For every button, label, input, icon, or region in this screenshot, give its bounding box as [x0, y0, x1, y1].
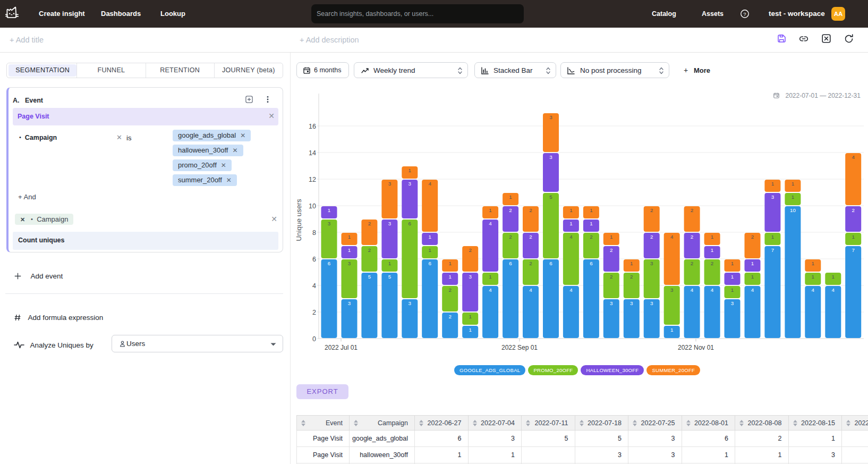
svg-text:1: 1 — [590, 221, 592, 226]
svg-text:0: 0 — [312, 335, 316, 343]
svg-text:1: 1 — [711, 247, 713, 253]
svg-text:3: 3 — [409, 181, 412, 187]
svg-text:3: 3 — [731, 300, 734, 306]
svg-text:2: 2 — [509, 234, 512, 240]
svg-text:Unique users: Unique users — [295, 199, 303, 241]
svg-text:2: 2 — [610, 274, 612, 280]
svg-text:6: 6 — [590, 260, 593, 266]
svg-text:14: 14 — [309, 149, 316, 157]
svg-text:10: 10 — [790, 207, 796, 213]
svg-text:1: 1 — [348, 234, 351, 240]
svg-text:1: 1 — [409, 167, 411, 173]
svg-text:2: 2 — [852, 207, 854, 213]
svg-text:5: 5 — [388, 274, 392, 280]
svg-text:6: 6 — [409, 221, 412, 226]
svg-text:4: 4 — [812, 287, 815, 293]
svg-text:3: 3 — [348, 260, 351, 266]
svg-text:3: 3 — [610, 300, 613, 306]
svg-text:2: 2 — [691, 234, 693, 240]
svg-text:2: 2 — [691, 207, 693, 213]
svg-text:2: 2 — [448, 314, 451, 319]
svg-text:?: ? — [743, 11, 746, 17]
svg-text:1: 1 — [852, 234, 854, 240]
svg-text:1: 1 — [832, 274, 835, 280]
svg-text:3: 3 — [630, 300, 633, 306]
svg-text:3: 3 — [388, 181, 392, 187]
svg-text:3: 3 — [549, 154, 552, 160]
svg-text:7: 7 — [852, 247, 854, 253]
svg-text:2: 2 — [610, 247, 612, 253]
svg-text:1: 1 — [751, 260, 754, 266]
svg-text:2: 2 — [469, 247, 471, 253]
svg-text:12: 12 — [309, 176, 316, 183]
svg-text:2022 Sep 01: 2022 Sep 01 — [501, 344, 538, 351]
svg-text:2: 2 — [751, 234, 754, 240]
svg-text:1: 1 — [448, 260, 451, 266]
svg-text:1: 1 — [670, 327, 673, 333]
svg-text:2: 2 — [312, 309, 316, 316]
svg-text:4: 4 — [312, 282, 316, 290]
svg-text:1: 1 — [812, 260, 814, 266]
svg-text:4: 4 — [832, 287, 835, 293]
svg-text:1: 1 — [448, 274, 451, 280]
svg-text:4: 4 — [569, 287, 573, 293]
svg-text:4: 4 — [852, 154, 855, 160]
svg-text:2: 2 — [368, 247, 371, 253]
svg-text:1: 1 — [388, 260, 391, 266]
svg-text:1: 1 — [469, 314, 471, 319]
svg-text:8: 8 — [312, 229, 316, 237]
svg-text:2: 2 — [691, 260, 693, 266]
svg-text:3: 3 — [549, 114, 552, 120]
svg-text:3: 3 — [650, 300, 653, 306]
svg-text:4: 4 — [569, 234, 573, 240]
svg-text:5: 5 — [368, 274, 371, 280]
svg-text:10: 10 — [309, 203, 316, 210]
svg-text:1: 1 — [469, 327, 471, 333]
svg-text:1: 1 — [348, 247, 351, 253]
svg-text:4: 4 — [489, 221, 492, 226]
svg-text:6: 6 — [549, 260, 552, 266]
svg-text:5: 5 — [549, 194, 552, 200]
svg-text:2: 2 — [650, 234, 653, 240]
svg-text:4: 4 — [691, 287, 694, 293]
svg-text:3: 3 — [469, 274, 472, 280]
svg-text:1: 1 — [731, 287, 734, 293]
svg-text:1: 1 — [792, 181, 794, 187]
svg-text:2: 2 — [529, 207, 532, 213]
svg-text:1: 1 — [751, 274, 754, 280]
svg-text:2: 2 — [368, 221, 371, 226]
svg-text:4: 4 — [529, 287, 532, 293]
svg-text:3: 3 — [409, 300, 412, 306]
svg-text:2022 Jul 01: 2022 Jul 01 — [325, 344, 358, 351]
svg-text:1: 1 — [812, 274, 814, 280]
svg-text:1: 1 — [509, 194, 512, 200]
svg-text:1: 1 — [630, 260, 633, 266]
svg-text:1: 1 — [328, 207, 330, 213]
svg-text:3: 3 — [771, 194, 775, 200]
svg-text:16: 16 — [309, 123, 316, 130]
svg-text:2: 2 — [650, 207, 653, 213]
svg-text:3: 3 — [348, 300, 351, 306]
svg-text:4: 4 — [428, 181, 431, 187]
svg-text:1: 1 — [428, 247, 431, 253]
svg-text:2: 2 — [711, 260, 713, 266]
svg-text:1: 1 — [590, 207, 592, 213]
svg-text:1: 1 — [771, 181, 774, 187]
svg-text:2: 2 — [630, 274, 633, 280]
svg-text:2: 2 — [529, 234, 532, 240]
svg-text:4: 4 — [670, 234, 674, 240]
svg-text:1: 1 — [569, 207, 572, 213]
svg-text:2: 2 — [529, 260, 532, 266]
svg-text:1: 1 — [731, 260, 734, 266]
svg-text:1: 1 — [489, 274, 491, 280]
svg-text:1: 1 — [428, 234, 431, 240]
svg-text:3: 3 — [670, 287, 674, 293]
svg-text:1: 1 — [569, 221, 572, 226]
svg-text:4: 4 — [751, 287, 754, 293]
svg-text:1: 1 — [771, 234, 774, 240]
svg-text:3: 3 — [650, 260, 653, 266]
svg-text:2: 2 — [509, 207, 512, 213]
svg-text:6: 6 — [312, 256, 316, 263]
svg-text:1: 1 — [792, 194, 794, 200]
svg-text:6: 6 — [509, 260, 512, 266]
